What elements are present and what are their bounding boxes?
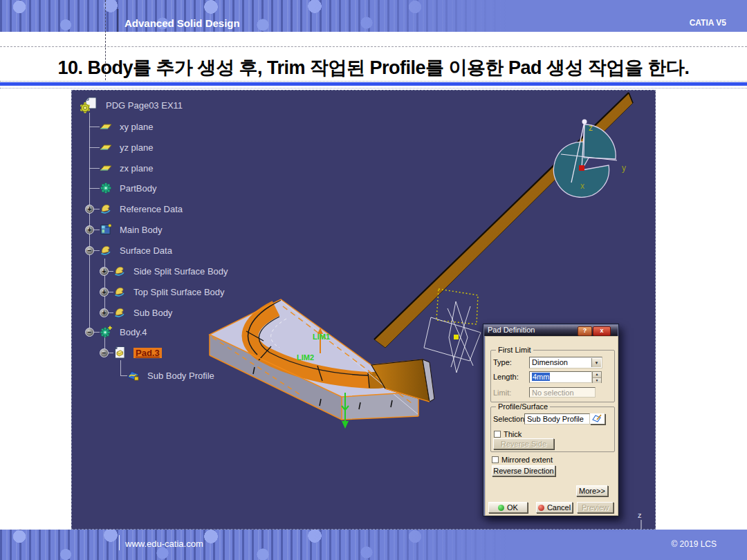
- selection-label: Selection:: [493, 415, 526, 423]
- tree-item-label: Side Split Surface Body: [133, 266, 228, 277]
- footer-url[interactable]: www.edu-catia.com: [125, 539, 203, 549]
- tree-item-body-4[interactable]: Body.4: [100, 323, 147, 341]
- tree-item-surface-data[interactable]: Surface Data: [100, 241, 172, 259]
- footer-bar: www.edu-catia.com © 2019 LCS: [0, 530, 747, 560]
- footer-decoration: [0, 530, 747, 560]
- tree-item-label: zx plane: [120, 163, 153, 174]
- surface-body-icon: [113, 306, 126, 319]
- tree-item-sub-body-profile[interactable]: Sub Body Profile: [127, 366, 214, 384]
- preview-button: Preview: [577, 502, 614, 513]
- dialog-title: Pad Definition: [488, 326, 535, 334]
- ok-icon: [498, 505, 504, 511]
- reverse-side-label: Reverse Side: [501, 440, 546, 448]
- length-value: 4mm: [532, 373, 550, 381]
- tree-item-label: Surface Data: [120, 245, 172, 256]
- type-dropdown-arrow-icon[interactable]: ▼: [591, 358, 601, 367]
- tree-connector-line: [89, 188, 100, 189]
- tree-connector-line: [89, 147, 100, 148]
- tree-toggle-top-split-surface-body-expand[interactable]: +: [100, 288, 109, 297]
- pad-definition-dialog[interactable]: Pad Definition ? x First Limit Type: Dim…: [483, 324, 619, 516]
- tree-item-label: PartBody: [120, 183, 156, 194]
- partbody-icon: [100, 182, 112, 194]
- pad-icon: [113, 346, 126, 359]
- tree-toggle-pad-3-collapse[interactable]: −: [100, 348, 109, 357]
- header-decoration: [0, 0, 747, 32]
- sketch-icon: [592, 414, 603, 422]
- mirrored-extent-checkbox[interactable]: [492, 456, 499, 463]
- dialog-close-button[interactable]: x: [593, 326, 611, 336]
- tree-toggle-main-body-expand[interactable]: +: [85, 225, 94, 234]
- tree-item-label: Main Body: [120, 225, 162, 235]
- footer-copyright: © 2019 LCS: [671, 539, 717, 549]
- length-spinner[interactable]: ▲ ▼: [592, 371, 602, 383]
- tree-item-pdg-page03-ex11[interactable]: PDG Page03 EX11: [80, 96, 183, 114]
- title-rule-dots-top: [0, 81, 747, 82]
- thick-checkbox[interactable]: [494, 431, 501, 438]
- tree-connector-line: [89, 113, 90, 332]
- tree-toggle-sub-body-expand[interactable]: +: [100, 308, 109, 317]
- cancel-button[interactable]: Cancel: [536, 502, 573, 513]
- reverse-side-button: Reverse Side: [493, 438, 554, 449]
- tree-item-label: yz plane: [120, 142, 153, 153]
- first-limit-legend: First Limit: [496, 346, 533, 354]
- tree-item-partbody[interactable]: PartBody: [100, 179, 156, 197]
- tree-item-yz-plane[interactable]: yz plane: [100, 138, 153, 156]
- sketch-selector-button[interactable]: [590, 413, 605, 424]
- plane-icon: [100, 162, 112, 174]
- ok-button[interactable]: OK: [488, 502, 528, 513]
- slide-root: Advanced Solid Design CATIA V5 10. Body를…: [0, 0, 747, 560]
- page-title: 10. Body를 추가 생성 후, Trim 작업된 Profile를 이용한…: [0, 55, 747, 80]
- more-button[interactable]: More>>: [576, 485, 608, 496]
- sketch-icon: [127, 369, 140, 382]
- cancel-label: Cancel: [547, 503, 571, 512]
- body-plus-icon: [100, 326, 112, 338]
- tree-connector-line: [89, 168, 100, 169]
- tree-item-pad-3[interactable]: Pad.3: [113, 344, 162, 362]
- title-rule-dots-bottom: [0, 88, 747, 88]
- footer-divider-line: [119, 535, 120, 550]
- catia-viewport[interactable]: LIM1 LIM2: [71, 90, 656, 530]
- selection-value: Sub Body Profile: [527, 415, 584, 423]
- type-value: Dimension: [532, 358, 568, 366]
- tree-item-label: Top Split Surface Body: [133, 287, 225, 297]
- ok-label: OK: [507, 503, 518, 512]
- mirrored-extent-label: Mirrored extent: [501, 456, 553, 464]
- profile-surface-legend: Profile/Surface: [496, 402, 550, 411]
- spinner-down-icon[interactable]: ▼: [593, 377, 601, 384]
- preview-label: Preview: [582, 503, 609, 512]
- dialog-help-button[interactable]: ?: [578, 326, 592, 336]
- type-label: Type:: [493, 358, 512, 366]
- plane-icon: [100, 120, 112, 133]
- part-document-icon: [80, 97, 98, 113]
- tree-connector-line: [89, 127, 100, 127]
- tree-toggle-reference-data-expand[interactable]: +: [85, 205, 94, 214]
- dialog-titlebar[interactable]: Pad Definition ? x: [484, 325, 618, 336]
- tree-item-label: PDG Page03 EX11: [106, 100, 183, 111]
- tree-item-top-split-surface-body[interactable]: Top Split Surface Body: [113, 283, 225, 301]
- cancel-icon: [538, 505, 544, 511]
- tree-item-label: Reference Data: [120, 204, 183, 214]
- type-combobox[interactable]: Dimension ▼: [529, 357, 602, 368]
- tree-item-sub-body[interactable]: Sub Body: [113, 304, 172, 321]
- title-underline: [0, 82, 747, 86]
- tree-item-zx-plane[interactable]: zx plane: [100, 159, 153, 177]
- tree-connector-line: [120, 375, 127, 376]
- tree-item-xy-plane[interactable]: xy plane: [100, 118, 153, 136]
- tree-toggle-side-split-surface-body-expand[interactable]: +: [100, 267, 109, 276]
- tree-item-side-split-surface-body[interactable]: Side Split Surface Body: [113, 262, 228, 280]
- tree-item-main-body[interactable]: Main Body: [100, 221, 162, 239]
- tree-item-label: Sub Body Profile: [147, 371, 214, 381]
- tree-toggle-surface-data-collapse[interactable]: −: [85, 246, 94, 255]
- spinner-up-icon[interactable]: ▲: [593, 372, 601, 377]
- length-label: Length:: [493, 373, 519, 381]
- header-divider-line: [118, 9, 118, 32]
- main-body-icon: [100, 223, 112, 236]
- tree-item-reference-data[interactable]: Reference Data: [100, 200, 183, 218]
- length-input[interactable]: 4mm: [529, 371, 592, 383]
- tree-toggle-body-4-collapse[interactable]: −: [85, 328, 94, 337]
- reverse-direction-button[interactable]: Reverse Direction: [492, 465, 555, 476]
- tree-connector-line: [120, 360, 121, 375]
- selection-input[interactable]: Sub Body Profile: [524, 413, 590, 424]
- tree-item-label: xy plane: [120, 122, 153, 132]
- surface-body-icon: [113, 265, 126, 277]
